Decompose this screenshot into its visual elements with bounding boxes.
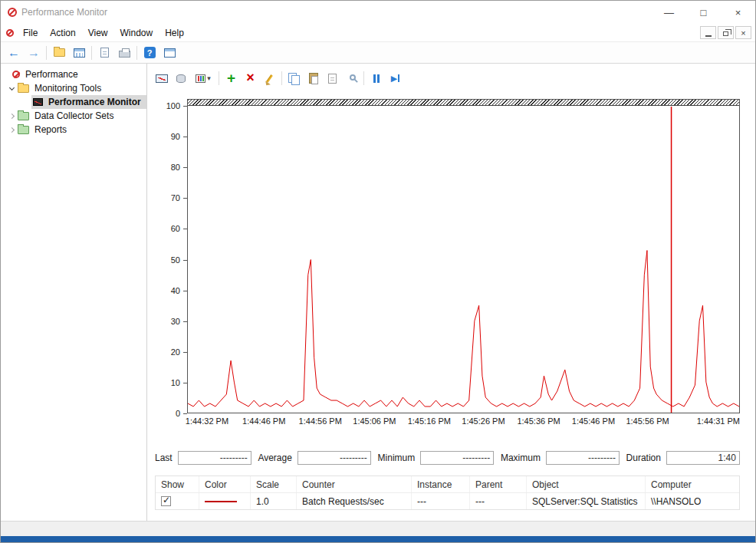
perf-line	[188, 251, 739, 406]
monitoring-tools-folder-icon	[18, 84, 29, 93]
paste-icon	[309, 73, 318, 84]
change-graph-type-button[interactable]: ▾	[190, 70, 216, 87]
maximize-button[interactable]: □	[686, 1, 721, 24]
forward-icon: →	[28, 47, 40, 59]
show-hide-console-tree-button[interactable]	[49, 44, 69, 62]
add-counter-button[interactable]: +	[222, 70, 241, 87]
back-button[interactable]: ←	[4, 44, 24, 62]
print-button[interactable]	[114, 44, 134, 62]
axis-corner	[155, 413, 187, 427]
mmc-toolbar: ← → ?	[1, 42, 755, 64]
tree-item-monitoring-tools[interactable]: Monitoring Tools	[1, 81, 146, 95]
paste-counter-list-button[interactable]	[304, 70, 323, 87]
properties-button[interactable]	[323, 70, 342, 87]
chart-plot[interactable]	[187, 99, 740, 413]
console-window-button[interactable]	[69, 44, 89, 62]
zoom-button[interactable]	[342, 70, 361, 87]
chevron-down-icon[interactable]	[9, 84, 15, 90]
y-tick-label: 40	[171, 286, 180, 295]
minimize-button[interactable]: —	[652, 1, 686, 24]
chevron-right-icon[interactable]	[9, 113, 15, 118]
tree-root-performance[interactable]: Performance	[1, 67, 146, 81]
console-window-icon	[74, 48, 85, 58]
header-color[interactable]: Color	[199, 476, 251, 492]
performance-monitor-icon	[33, 98, 43, 106]
header-computer[interactable]: Computer	[646, 476, 739, 492]
main-area: Performance Monitoring Tools Performance…	[1, 64, 755, 521]
x-tick-label: 1:45:06 PM	[353, 416, 396, 426]
menu-help[interactable]: Help	[159, 25, 190, 41]
mdi-restore-button[interactable]	[718, 26, 734, 39]
mdi-close-button[interactable]: ×	[735, 26, 751, 39]
tree-item-performance-monitor[interactable]: Performance Monitor	[1, 95, 146, 109]
duration-value: 1:40	[666, 451, 740, 465]
tree-item-reports[interactable]: Reports	[1, 123, 146, 137]
copy-icon	[288, 73, 300, 84]
menu-window[interactable]: Window	[114, 25, 159, 41]
x-tick-label: 1:44:31 PM	[697, 416, 740, 426]
menu-bar: File Action View Window Help ×	[1, 24, 755, 42]
cell-scale: 1.0	[251, 493, 297, 509]
header-parent[interactable]: Parent	[470, 476, 527, 492]
x-axis: 1:44:32 PM1:44:46 PM1:44:56 PM1:45:06 PM…	[187, 413, 740, 427]
console-tree: Performance Monitoring Tools Performance…	[1, 64, 147, 521]
performance-monitor-pane: ▾ + × ▶ 0102030405060708090100	[147, 64, 755, 521]
forward-button[interactable]: →	[24, 44, 44, 62]
x-tick-label: 1:44:32 PM	[186, 416, 228, 426]
y-tick-label: 30	[171, 317, 180, 326]
x-tick-label: 1:45:56 PM	[626, 416, 669, 426]
perfmon-toolbar: ▾ + × ▶	[152, 68, 755, 88]
mdi-restore-icon	[723, 31, 728, 36]
y-tick-label: 90	[171, 132, 180, 141]
maximum-label: Maximum	[501, 452, 541, 463]
help-button[interactable]: ?	[140, 44, 159, 62]
show-checkbox[interactable]	[161, 496, 171, 506]
last-value: ---------	[178, 451, 251, 465]
tree-item-data-collector-sets[interactable]: Data Collector Sets	[1, 109, 146, 123]
x-tick-label: 1:44:56 PM	[299, 416, 342, 426]
delete-counter-button[interactable]: ×	[241, 70, 260, 87]
mdi-minimize-button[interactable]	[700, 26, 716, 39]
view-log-data-button[interactable]	[171, 70, 190, 87]
header-object[interactable]: Object	[527, 476, 646, 492]
y-tick-label: 50	[171, 255, 180, 265]
new-window-button[interactable]	[159, 44, 179, 62]
toolbar-separator	[363, 71, 364, 85]
freeze-display-button[interactable]	[366, 70, 386, 87]
cell-parent: ---	[470, 493, 527, 509]
x-tick-label: 1:45:16 PM	[408, 416, 451, 426]
window-controls: — □ ×	[652, 1, 755, 24]
header-scale[interactable]: Scale	[251, 476, 297, 492]
update-data-button[interactable]: ▶	[386, 70, 405, 87]
copy-properties-button[interactable]	[284, 70, 304, 87]
highlight-button[interactable]	[260, 70, 279, 87]
tree-item-label: Performance Monitor	[46, 96, 143, 108]
y-tick-label: 20	[171, 347, 180, 357]
view-current-activity-button[interactable]	[152, 70, 171, 87]
last-label: Last	[155, 452, 173, 463]
tree-item-label: Data Collector Sets	[32, 110, 116, 122]
duration-label: Duration	[626, 452, 661, 463]
counter-row[interactable]: 1.0 Batch Requests/sec --- --- SQLServer…	[156, 493, 739, 509]
chevron-right-icon[interactable]	[9, 127, 15, 132]
toolbar-separator	[46, 46, 47, 60]
counter-table: Show Color Scale Counter Instance Parent…	[155, 476, 740, 510]
delete-icon: ×	[246, 71, 255, 84]
toolbar-separator	[91, 46, 92, 60]
header-show[interactable]: Show	[156, 476, 199, 492]
menu-view[interactable]: View	[82, 25, 114, 41]
help-icon: ?	[144, 47, 156, 58]
header-instance[interactable]: Instance	[412, 476, 470, 492]
toolbar-separator	[219, 71, 219, 85]
menu-file[interactable]: File	[17, 25, 44, 41]
document-icon	[100, 48, 109, 58]
y-scale: 0102030405060708090100	[155, 106, 187, 413]
header-counter[interactable]: Counter	[297, 476, 412, 492]
log-data-icon	[176, 74, 186, 83]
y-tick-label: 100	[166, 101, 180, 110]
export-list-button[interactable]	[94, 44, 114, 62]
close-button[interactable]: ×	[721, 1, 755, 24]
console-app-icon	[6, 29, 14, 37]
menu-action[interactable]: Action	[44, 25, 81, 41]
y-tick-label: 70	[171, 193, 180, 202]
